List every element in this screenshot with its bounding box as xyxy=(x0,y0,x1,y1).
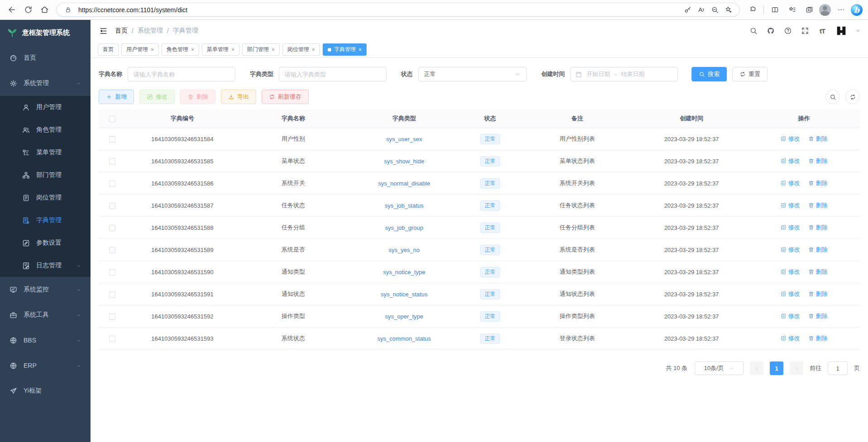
sidebar-item-system-tools[interactable]: 系统工具 xyxy=(0,302,91,328)
address-bar[interactable]: https://ccnetcore.com:1101/system/dict xyxy=(56,3,740,17)
sidebar-item-role-mgmt[interactable]: 角色管理 xyxy=(0,119,91,141)
user-avatar[interactable] xyxy=(835,24,848,38)
zoom-out-icon[interactable] xyxy=(708,4,721,16)
row-delete-button[interactable]: 删除 xyxy=(808,312,828,320)
more-icon[interactable] xyxy=(834,4,848,16)
sidebar-item-log-mgmt[interactable]: 日志管理 xyxy=(0,254,91,277)
split-screen-icon[interactable] xyxy=(768,4,782,16)
row-checkbox[interactable] xyxy=(109,291,115,298)
extensions-icon[interactable] xyxy=(745,4,760,16)
close-icon[interactable]: × xyxy=(358,47,362,53)
help-button[interactable] xyxy=(783,26,793,36)
collections-icon[interactable] xyxy=(802,4,816,16)
row-checkbox[interactable] xyxy=(109,203,115,209)
tab-dict-mgmt[interactable]: 字典管理× xyxy=(323,43,367,56)
search-button[interactable] xyxy=(749,26,758,36)
row-edit-button[interactable]: 修改 xyxy=(781,157,800,165)
breadcrumb-item[interactable]: 首页 xyxy=(115,27,128,35)
read-aloud-icon[interactable] xyxy=(694,4,708,16)
row-checkbox[interactable] xyxy=(109,314,115,320)
tab-menu-mgmt[interactable]: 菜单管理× xyxy=(202,43,239,56)
row-edit-button[interactable]: 修改 xyxy=(781,179,800,187)
close-icon[interactable]: × xyxy=(272,47,275,53)
dict-type-link[interactable]: sys_notice_status xyxy=(381,291,427,298)
row-checkbox[interactable] xyxy=(109,225,115,231)
sidebar-item-erp[interactable]: ERP xyxy=(0,353,91,378)
dict-name-input[interactable] xyxy=(128,67,235,81)
row-edit-button[interactable]: 修改 xyxy=(781,334,800,342)
sidebar-item-post-mgmt[interactable]: 岗位管理 xyxy=(0,186,91,209)
dict-type-link[interactable]: sys_job_status xyxy=(385,202,424,209)
favorites-icon[interactable] xyxy=(785,4,799,16)
reset-button[interactable]: 重置 xyxy=(732,67,768,81)
row-edit-button[interactable]: 修改 xyxy=(781,290,800,298)
key-icon[interactable] xyxy=(681,4,694,16)
app-logo[interactable]: 意框架管理系统 xyxy=(0,20,91,45)
row-delete-button[interactable]: 删除 xyxy=(808,201,828,209)
dict-type-link[interactable]: sys_normal_disable xyxy=(378,180,430,187)
row-edit-button[interactable]: 修改 xyxy=(781,268,800,276)
close-icon[interactable]: × xyxy=(191,47,194,53)
font-size-button[interactable]: tT xyxy=(817,26,827,36)
dict-type-input[interactable] xyxy=(279,67,386,81)
github-button[interactable] xyxy=(766,26,776,36)
sidebar-item-dict-mgmt[interactable]: 字典管理 xyxy=(0,209,91,232)
row-delete-button[interactable]: 删除 xyxy=(808,268,828,276)
search-button[interactable]: 搜索 xyxy=(692,67,727,81)
tab-post-mgmt[interactable]: 岗位管理× xyxy=(282,43,320,56)
home-button[interactable] xyxy=(36,2,52,18)
dict-type-link[interactable]: sys_yes_no xyxy=(389,247,420,253)
goto-page-input[interactable] xyxy=(828,361,848,375)
favorite-add-icon[interactable] xyxy=(721,4,735,16)
tab-user-mgmt[interactable]: 用户管理× xyxy=(121,43,159,56)
sidebar-item-param-settings[interactable]: 参数设置 xyxy=(0,232,91,254)
row-delete-button[interactable]: 删除 xyxy=(808,179,828,187)
sidebar-item-user-mgmt[interactable]: 用户管理 xyxy=(0,96,91,119)
bing-icon[interactable]: b xyxy=(851,4,863,16)
close-icon[interactable]: × xyxy=(312,47,315,53)
row-delete-button[interactable]: 删除 xyxy=(808,135,828,143)
row-checkbox[interactable] xyxy=(109,247,115,253)
row-checkbox[interactable] xyxy=(109,181,115,187)
row-delete-button[interactable]: 删除 xyxy=(808,157,828,165)
current-page-button[interactable]: 1 xyxy=(770,361,783,375)
sidebar-item-bbs[interactable]: BBS xyxy=(0,328,91,353)
row-edit-button[interactable]: 修改 xyxy=(781,201,800,209)
row-delete-button[interactable]: 删除 xyxy=(808,223,828,232)
dict-type-link[interactable]: sys_job_group xyxy=(385,224,424,231)
add-button[interactable]: 新增 xyxy=(99,90,134,104)
edit-button[interactable]: 修改 xyxy=(139,90,175,104)
back-button[interactable] xyxy=(4,2,20,18)
toggle-search-button[interactable] xyxy=(825,90,840,104)
dict-type-link[interactable]: sys_oper_type xyxy=(385,313,424,320)
row-checkbox[interactable] xyxy=(109,136,115,143)
tab-role-mgmt[interactable]: 角色管理× xyxy=(162,43,199,56)
tab-home[interactable]: 首页 xyxy=(98,43,119,56)
row-checkbox[interactable] xyxy=(109,269,115,276)
row-edit-button[interactable]: 修改 xyxy=(781,223,800,232)
row-delete-button[interactable]: 删除 xyxy=(808,246,828,254)
status-select[interactable]: 正常 xyxy=(418,67,527,81)
refresh-cache-button[interactable]: 刷新缓存 xyxy=(262,90,309,104)
sidebar-item-system-mgmt[interactable]: 系统管理 xyxy=(0,71,91,96)
profile-avatar[interactable] xyxy=(819,4,831,16)
delete-button[interactable]: 删除 xyxy=(180,90,215,104)
row-checkbox[interactable] xyxy=(109,336,115,342)
row-edit-button[interactable]: 修改 xyxy=(781,312,800,320)
row-checkbox[interactable] xyxy=(109,158,115,165)
row-edit-button[interactable]: 修改 xyxy=(781,246,800,254)
close-icon[interactable]: × xyxy=(231,47,234,53)
reload-button[interactable] xyxy=(20,2,36,18)
refresh-table-button[interactable] xyxy=(845,90,860,104)
chevron-down-icon[interactable] xyxy=(855,28,861,33)
sidebar-item-menu-mgmt[interactable]: 菜单管理 xyxy=(0,141,91,164)
row-delete-button[interactable]: 删除 xyxy=(808,334,828,342)
sidebar-fold-icon[interactable] xyxy=(98,25,109,36)
row-edit-button[interactable]: 修改 xyxy=(781,135,800,143)
sidebar-item-yi-framework[interactable]: Yi框架 xyxy=(0,378,91,404)
tab-dept-mgmt[interactable]: 部门管理× xyxy=(242,43,280,56)
sidebar-item-system-monitor[interactable]: 系统监控 xyxy=(0,277,91,302)
next-page-button[interactable] xyxy=(790,361,803,375)
close-icon[interactable]: × xyxy=(151,47,154,53)
dict-type-link[interactable]: sys_show_hide xyxy=(384,158,424,165)
